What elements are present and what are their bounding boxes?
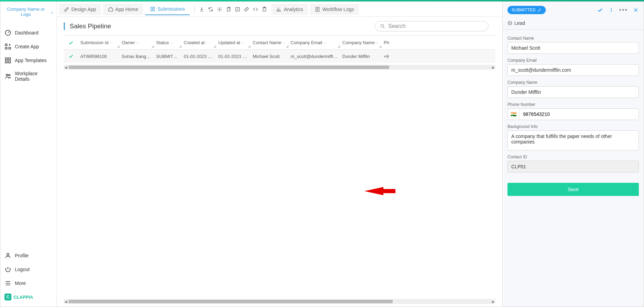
label-contact-name: Contact Name bbox=[507, 36, 639, 41]
nav-create-app[interactable]: Create App bbox=[0, 40, 57, 53]
input-company-email[interactable] bbox=[507, 64, 639, 76]
cell-company-name: Dunder Mifflin bbox=[340, 51, 382, 62]
close-icon[interactable] bbox=[633, 7, 639, 13]
input-phone[interactable] bbox=[520, 109, 638, 120]
scroll-right-icon[interactable]: ▶ bbox=[491, 65, 495, 70]
cell-phone: +9 bbox=[382, 51, 402, 62]
label-phone: Phone Number bbox=[507, 102, 639, 107]
brand-icon: C bbox=[4, 294, 11, 300]
people-icon bbox=[4, 73, 11, 80]
menu-icon bbox=[4, 280, 11, 287]
col-updated-at[interactable]: Updated at↑↓◢ bbox=[216, 37, 251, 48]
col-contact-name[interactable]: Contact Name↑↓◢ bbox=[251, 37, 289, 48]
tab-submissions[interactable]: Submissions bbox=[145, 3, 190, 15]
col-status[interactable]: Status↑↓◢ bbox=[154, 37, 182, 48]
chevron-down-icon: ⌄ bbox=[50, 9, 54, 14]
svg-rect-3 bbox=[9, 48, 11, 49]
input-contact-name[interactable] bbox=[507, 42, 639, 54]
col-company-name[interactable]: Company Name↑↓◢ bbox=[340, 37, 382, 48]
scroll-right-icon[interactable]: ▶ bbox=[491, 299, 495, 304]
edit-square-icon[interactable] bbox=[235, 7, 240, 12]
refresh-icon[interactable] bbox=[208, 7, 213, 12]
status-badge[interactable]: SUBMITTED bbox=[507, 6, 546, 14]
tab-design-app[interactable]: Design App bbox=[59, 4, 101, 15]
power-icon bbox=[4, 266, 11, 273]
log-icon bbox=[315, 7, 320, 12]
scroll-thumb[interactable] bbox=[69, 66, 389, 69]
more-icon[interactable]: ••• bbox=[619, 7, 628, 14]
nav-logout[interactable]: Logout bbox=[0, 263, 57, 276]
svg-point-19 bbox=[611, 9, 612, 9]
save-button[interactable]: Save bbox=[507, 183, 639, 196]
copy-icon[interactable] bbox=[226, 7, 231, 12]
input-background[interactable] bbox=[507, 130, 639, 150]
svg-rect-1 bbox=[6, 44, 7, 46]
download-icon[interactable] bbox=[199, 7, 204, 12]
code-icon[interactable] bbox=[253, 7, 258, 12]
nav-dashboard[interactable]: Dashboard bbox=[0, 26, 57, 40]
approve-icon[interactable] bbox=[597, 7, 603, 13]
section-lead[interactable]: Lead bbox=[503, 18, 644, 30]
tab-workflow-logs[interactable]: Workflow Logs bbox=[310, 4, 359, 15]
label-contact-id: Contact ID bbox=[507, 155, 639, 159]
company-label: Company Name or Logo bbox=[3, 7, 49, 17]
gauge-icon bbox=[4, 29, 11, 36]
cell-created-at: 01-02-2023 17:56 bbox=[182, 51, 216, 62]
cell-owner: Suhas Bangalore bbox=[120, 51, 154, 62]
row-check[interactable] bbox=[64, 53, 78, 59]
edit-icon bbox=[64, 7, 69, 12]
clipboard-icon[interactable] bbox=[262, 7, 267, 12]
svg-rect-13 bbox=[227, 8, 230, 11]
col-created-at[interactable]: Created at↑↓◢ bbox=[182, 37, 216, 48]
app-tabs: Design App App Home Submissions bbox=[57, 2, 502, 17]
scroll-left-icon[interactable]: ◀ bbox=[64, 65, 68, 70]
nav-workplace-details[interactable]: Workplace Details bbox=[0, 67, 57, 85]
search-input[interactable]: Search bbox=[375, 21, 489, 31]
label-background: Background Info bbox=[507, 124, 639, 129]
svg-point-10 bbox=[7, 253, 9, 256]
col-submission-id[interactable]: Submission Id↑↓◢ bbox=[78, 37, 120, 48]
col-owner[interactable]: Owner↑↓◢ bbox=[120, 37, 154, 48]
table-row[interactable]: ATI99596100 Suhas Bangalore SUBMITTED 01… bbox=[64, 50, 495, 63]
grid-plus-icon bbox=[4, 43, 11, 50]
brand-logo: C CLAPPIA bbox=[0, 290, 57, 304]
list-icon bbox=[150, 6, 155, 12]
scroll-thumb[interactable] bbox=[69, 300, 393, 303]
chevron-up-circle-icon bbox=[507, 21, 512, 26]
flag-icon[interactable]: 🇮🇳 bbox=[508, 109, 520, 119]
label-company-name: Company Name bbox=[507, 80, 639, 85]
home-icon bbox=[108, 7, 113, 12]
tab-app-home[interactable]: App Home bbox=[103, 4, 143, 15]
nav-profile[interactable]: Profile bbox=[0, 249, 57, 263]
input-phone-wrap[interactable]: 🇮🇳 bbox=[507, 108, 639, 120]
pencil-icon bbox=[537, 8, 542, 12]
col-company-email[interactable]: Company Email↑↓◢ bbox=[289, 37, 340, 48]
nav-more[interactable]: More bbox=[0, 276, 57, 290]
submissions-toolbar bbox=[192, 6, 269, 12]
svg-rect-2 bbox=[6, 48, 7, 49]
table-header: Submission Id↑↓◢ Owner↑↓◢ Status↑↓◢ Crea… bbox=[64, 36, 495, 50]
svg-rect-6 bbox=[6, 61, 8, 63]
input-company-name[interactable] bbox=[507, 86, 639, 98]
svg-point-9 bbox=[9, 75, 10, 76]
info-icon[interactable] bbox=[608, 7, 614, 13]
submissions-table: Submission Id↑↓◢ Owner↑↓◢ Status↑↓◢ Crea… bbox=[64, 36, 495, 63]
tab-analytics[interactable]: Analytics bbox=[271, 4, 308, 15]
nav-app-templates[interactable]: App Templates bbox=[0, 53, 57, 67]
company-selector[interactable]: Company Name or Logo ⌄ bbox=[0, 2, 57, 22]
cell-updated-at: 01-02-2023 17:56 bbox=[216, 51, 251, 62]
col-phone[interactable]: Ph bbox=[382, 37, 402, 48]
select-all-check[interactable] bbox=[64, 40, 78, 46]
scroll-left-icon[interactable]: ◀ bbox=[64, 299, 68, 304]
svg-point-12 bbox=[219, 9, 220, 10]
svg-rect-5 bbox=[9, 58, 11, 60]
svg-point-18 bbox=[381, 24, 384, 27]
check-icon bbox=[68, 53, 74, 59]
cell-submission-id: ATI99596100 bbox=[78, 51, 120, 62]
page-hscroll[interactable]: ◀ ▶ bbox=[64, 299, 495, 304]
gear-icon[interactable] bbox=[217, 7, 222, 12]
table-hscroll[interactable]: ◀ ▶ bbox=[64, 65, 495, 70]
page-title: Sales Pipeline bbox=[64, 22, 111, 30]
link-icon[interactable] bbox=[244, 7, 249, 12]
detail-panel: SUBMITTED ••• Lead Contact Name Company … bbox=[502, 2, 644, 307]
